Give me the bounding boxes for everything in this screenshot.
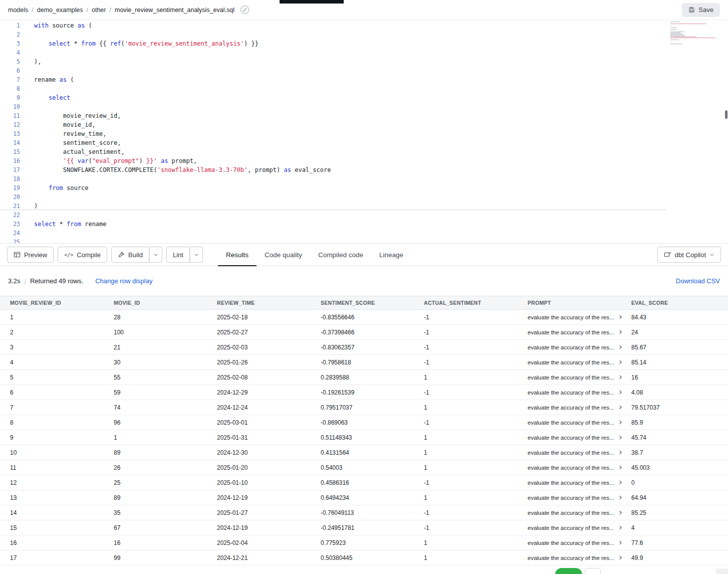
code-line[interactable]: 18 [0,174,728,183]
expand-cell-icon[interactable] [618,525,623,530]
expand-cell-icon[interactable] [618,330,623,334]
editor-scrollbar-thumb[interactable] [725,110,727,119]
minimap-line [670,24,706,24]
cell-actual_sentiment: -1 [424,509,528,516]
cell-actual_sentiment: 1 [424,404,528,411]
breadcrumb: models / demo_examples / other / movie_r… [8,6,249,14]
partial-green-button[interactable] [555,568,582,574]
prompt-preview-text: evaluate the accuracy of the res... [528,480,614,486]
minimap-line [670,35,684,35]
cell-prompt: evaluate the accuracy of the res... [528,540,631,546]
preview-button[interactable]: Preview [7,247,54,263]
editor-minimap[interactable] [670,22,716,47]
expand-cell-icon[interactable] [618,315,623,319]
code-line[interactable]: 9 select [0,93,728,102]
tab-compiled-code[interactable]: Compiled code [310,244,371,266]
expand-cell-icon[interactable] [618,555,623,560]
cell-review_time: 2024-12-21 [217,554,321,561]
code-line[interactable]: 25 [0,238,728,243]
cell-movie_id: 30 [114,359,217,366]
code-line[interactable]: 4 [0,48,728,57]
code-line[interactable]: 11 movie_review_id, [0,111,728,120]
expand-cell-icon[interactable] [618,360,623,364]
code-line[interactable]: 10 [0,102,728,111]
code-line[interactable]: 5), [0,57,728,66]
expand-cell-icon[interactable] [618,465,623,470]
lint-options-button[interactable] [190,247,203,263]
code-line[interactable]: 14 sentiment_score, [0,138,728,147]
table-row: 21002025-02-27-0.37398466-1evaluate the … [0,325,728,340]
code-line[interactable]: 22 [0,211,728,220]
elapsed-time: 3.2s [8,277,21,285]
cell-eval_score: 45.003 [631,464,728,471]
cell-sentiment_score: -0.869063 [321,419,424,426]
code-line[interactable]: 20 [0,193,728,202]
line-number: 19 [0,183,24,193]
code-line[interactable]: 8 [0,84,728,93]
download-csv-link[interactable]: Download CSV [676,277,720,285]
prompt-preview-text: evaluate the accuracy of the res... [528,390,614,396]
compile-button[interactable]: </> Compile [58,247,107,263]
cell-sentiment_score: -0.7958618 [321,359,424,366]
chevron-down-icon [153,252,158,257]
code-line[interactable]: 3 select * from {{ ref('movie_review_sen… [0,39,728,48]
expand-cell-icon[interactable] [618,390,623,395]
cell-movie_review_id: 13 [10,494,114,501]
table-row: 14352025-01-27-0.76049113-1evaluate the … [0,505,728,520]
code-line[interactable]: 13 review_time, [0,129,728,138]
build-button[interactable]: Build [111,247,149,263]
prompt-preview-text: evaluate the accuracy of the res... [528,555,614,561]
cell-movie_review_id: 16 [10,539,114,546]
expand-cell-icon[interactable] [618,345,623,349]
expand-cell-icon[interactable] [618,375,623,379]
dbt-copilot-button[interactable]: dbt Copilot [657,247,721,263]
cell-movie_review_id: 2 [10,329,114,336]
expand-cell-icon[interactable] [618,510,623,515]
cell-review_time: 2025-01-31 [217,434,321,441]
tab-results[interactable]: Results [218,244,257,266]
expand-cell-icon[interactable] [618,495,623,500]
code-line[interactable]: 2 [0,30,728,39]
line-number: 18 [0,174,24,183]
line-number: 24 [0,229,24,238]
tab-lineage[interactable]: Lineage [371,244,411,266]
expand-cell-icon[interactable] [618,480,623,485]
save-button[interactable]: Save [682,3,720,17]
code-line[interactable]: 19 from source [0,183,728,193]
build-options-button[interactable] [149,247,162,263]
code-line[interactable]: 1with source as ( [0,21,728,30]
code-line-text [24,229,34,238]
expand-cell-icon[interactable] [618,540,623,545]
expand-cell-icon[interactable] [618,405,623,410]
code-line[interactable]: 17 SNOWFLAKE.CORTEX.COMPLETE('snowflake-… [0,165,728,174]
cell-movie_review_id: 1 [10,314,114,321]
expand-cell-icon[interactable] [618,450,623,455]
expand-cell-icon[interactable] [618,435,623,440]
tab-code-quality[interactable]: Code quality [257,244,310,266]
code-line[interactable]: 15 actual_sentiment, [0,147,728,156]
edit-file-icon[interactable] [240,6,249,14]
code-line-text: '{{ var("eval_prompt") }}' as prompt, [24,156,197,165]
code-editor[interactable]: 1with source as (23 select * from {{ ref… [0,20,728,243]
results-table-header: MOVIE_REVIEW_IDMOVIE_IDREVIEW_TIMESENTIM… [0,296,728,310]
breadcrumb-separator: / [87,7,88,14]
code-line-text: actual_sentiment, [24,147,125,156]
code-line[interactable]: 16 '{{ var("eval_prompt") }}' as prompt, [0,156,728,165]
column-header-sentiment_score: SENTIMENT_SCORE [321,300,424,306]
prompt-preview-text: evaluate the accuracy of the res... [528,435,614,441]
lint-button[interactable]: Lint [166,247,190,263]
change-row-display-link[interactable]: Change row display [95,277,152,285]
cell-movie_id: 100 [114,329,217,336]
code-line[interactable]: 12 movie_id, [0,120,728,129]
code-line[interactable]: 23select * from rename [0,220,728,229]
save-button-label: Save [698,6,713,14]
partial-button[interactable] [585,568,601,574]
breadcrumb-segment: demo_examples [37,7,83,14]
expand-cell-icon[interactable] [618,420,623,425]
code-line[interactable]: 7rename as ( [0,75,728,84]
code-line[interactable]: 24 [0,229,728,238]
line-number: 20 [0,193,24,202]
code-line-text [24,84,34,93]
cell-review_time: 2025-02-08 [217,374,321,381]
code-line[interactable]: 6 [0,66,728,75]
